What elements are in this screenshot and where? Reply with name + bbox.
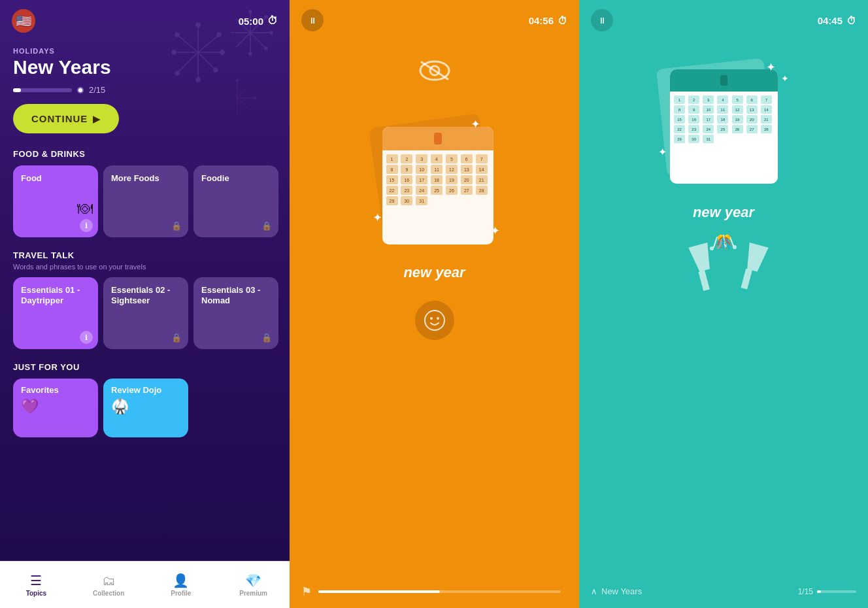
cal-cell: 27 (461, 186, 473, 195)
svg-line-32 (237, 98, 249, 110)
cal-cell: 6 (461, 154, 473, 163)
panel3-timer: 04:45 ⏱ (818, 15, 856, 26)
essentials01-card[interactable]: Essentials 01 - Daytripper ℹ (13, 277, 98, 349)
svg-point-26 (270, 31, 273, 34)
cal-cell: 5 (446, 154, 458, 163)
foodie-card[interactable]: Foodie 🔒 (193, 165, 278, 237)
cal3-cell: 4 (717, 95, 728, 104)
cal3-cell: 19 (732, 115, 743, 124)
review-dojo-card[interactable]: Review Dojo 🥋 (103, 379, 188, 437)
svg-point-40 (430, 317, 433, 320)
food-card-label: Food (21, 173, 92, 184)
panel3-timer-icon: ⏱ (846, 15, 856, 26)
cal3-cell: 21 (761, 115, 772, 124)
nav-collection[interactable]: 🗂 Collection (73, 573, 145, 597)
calendar-front: 1 2 3 4 5 6 7 8 9 10 11 12 13 14 15 16 1… (382, 127, 493, 245)
cal3-cell: 9 (688, 105, 699, 114)
flag-icon[interactable]: 🇺🇸 (12, 9, 35, 33)
panel3-timer-value: 04:45 (818, 15, 843, 26)
cal3-cell: 22 (674, 125, 685, 133)
essentials01-label: Essentials 01 - Daytripper (21, 285, 92, 305)
nav-premium[interactable]: 💎 Premium (217, 573, 290, 597)
cal3-cell: 28 (761, 125, 772, 133)
svg-point-8 (196, 23, 200, 27)
favorites-icon: 💜 (21, 398, 90, 415)
pause-button[interactable]: ⏸ (301, 9, 324, 31)
essentials03-label: Essentials 03 - Nomad (201, 285, 272, 305)
svg-line-7 (178, 36, 198, 52)
panel2-progress-bar (318, 590, 561, 593)
panel3-collapse-button[interactable]: ∧ New Years (591, 586, 642, 596)
cal3-cell: 18 (717, 115, 728, 124)
calendar-grid: 1 2 3 4 5 6 7 8 9 10 11 12 13 14 15 16 1… (382, 150, 493, 209)
continue-button[interactable]: CONTINUE ▶ (13, 104, 119, 133)
svg-point-24 (249, 10, 252, 13)
svg-point-11 (214, 68, 218, 72)
review-dojo-icon: 🥋 (111, 398, 180, 415)
sparkle-1: ✦ (471, 117, 480, 131)
calendar-illustration: 1 2 3 4 5 6 7 8 9 10 11 12 13 14 15 16 1… (363, 114, 507, 258)
cal-cell: 3 (416, 154, 427, 163)
food-card-emoji: 🍽 (77, 199, 93, 218)
food-card-info: ℹ (80, 219, 93, 232)
panel3-mini-progress (817, 590, 856, 593)
just-for-you-section-label: JUST FOR YOU (13, 362, 276, 372)
cal-cell: 9 (401, 165, 412, 174)
foodie-card-label: Foodie (201, 173, 272, 184)
svg-point-25 (265, 16, 267, 18)
panel1-home: 🇺🇸 05:00 ⏱ HOLIDAYS New Years 2/15 CONTI… (0, 0, 290, 608)
flag-button[interactable]: ⚑ (301, 584, 312, 599)
panel3-pause-button[interactable]: ⏸ (591, 9, 613, 31)
svg-line-19 (250, 33, 265, 47)
premium-label: Premium (239, 590, 267, 597)
cal-cell: 25 (431, 186, 442, 195)
panel3-answer: ⏸ 04:45 ⏱ 1 2 3 4 5 6 7 8 9 10 11 (579, 0, 868, 608)
essentials03-card[interactable]: Essentials 03 - Nomad 🔒 (193, 277, 278, 349)
travel-talk-section-label: TRAVEL TALK (13, 250, 276, 260)
food-card[interactable]: Food 🍽 ℹ (13, 165, 98, 237)
cal3-cell: 29 (674, 135, 685, 143)
panel3-progress-info: 1/15 (798, 587, 856, 596)
face-icon[interactable] (415, 301, 454, 340)
svg-line-21 (236, 33, 250, 47)
panel3-bottom: ∧ New Years 1/15 (591, 586, 856, 601)
cal-cell: 13 (461, 165, 473, 174)
panel3-calendar-illustration: 1 2 3 4 5 6 7 8 9 10 11 12 13 14 15 16 1… (652, 60, 795, 191)
more-foods-card-label: More Foods (111, 173, 182, 184)
nav-topics[interactable]: ☰ Topics (0, 573, 73, 597)
svg-point-39 (425, 311, 444, 330)
cal-cell: 7 (476, 154, 488, 163)
panel3-pause-icon: ⏸ (598, 16, 607, 25)
cal-cell: 28 (476, 186, 488, 195)
panel3-lesson-name: New Years (601, 586, 642, 596)
pause-icon: ⏸ (309, 16, 317, 25)
more-foods-card[interactable]: More Foods 🔒 (103, 165, 188, 237)
panel3-bottom-row: ∧ New Years 1/15 (591, 586, 856, 596)
eye-icon (418, 54, 452, 88)
cal3-cell: 14 (761, 105, 772, 114)
face-svg (424, 309, 446, 331)
svg-line-1 (198, 36, 218, 52)
progress-bar (13, 88, 72, 92)
cal-cell: 22 (386, 186, 398, 195)
svg-line-17 (250, 18, 265, 33)
nav-profile[interactable]: 👤 Profile (145, 573, 218, 597)
cal3-cell: 7 (761, 95, 772, 104)
essentials02-card[interactable]: Essentials 02 - Sightseer 🔒 (103, 277, 188, 349)
svg-point-10 (220, 50, 224, 54)
cal-cell: 26 (446, 186, 458, 195)
eye-crossed-icon (418, 59, 452, 82)
favorites-card[interactable]: Favorites 💜 (13, 379, 98, 437)
svg-point-45 (710, 246, 714, 250)
cal-cell: 10 (416, 165, 427, 174)
cal3-cell: 16 (688, 115, 699, 124)
collection-icon: 🗂 (102, 573, 115, 588)
cal-cell: 2 (401, 154, 412, 163)
panel3-sparkle-1: ✦ (766, 60, 776, 75)
info-badge-2-icon: ℹ (80, 331, 93, 344)
lock-icon: 🔒 (170, 219, 183, 232)
cal3-cell: 6 (746, 95, 758, 104)
svg-point-12 (196, 78, 200, 82)
topics-label: Topics (26, 590, 46, 597)
cal3-cell: 11 (717, 105, 728, 114)
